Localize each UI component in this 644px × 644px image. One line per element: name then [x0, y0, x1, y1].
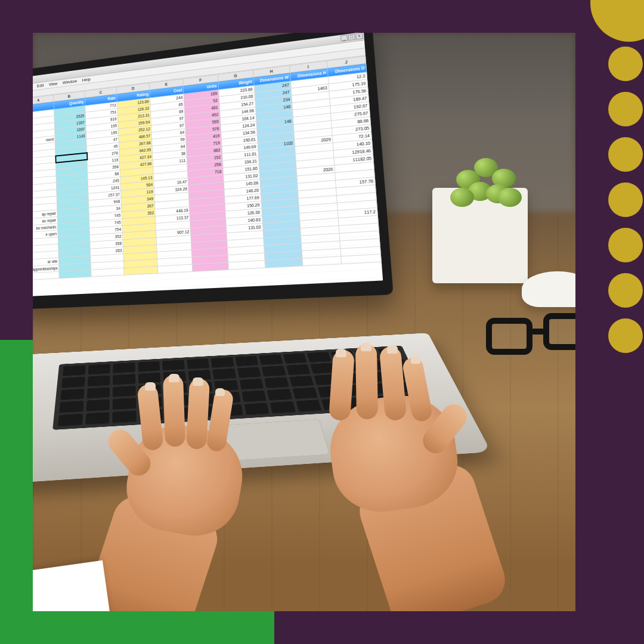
- cell[interactable]: [302, 256, 342, 266]
- hand-left: [75, 379, 283, 611]
- keyboard-key[interactable]: [88, 364, 110, 375]
- keyboard-key[interactable]: [210, 357, 234, 368]
- keyboard-key[interactable]: [262, 366, 286, 377]
- maximize-button[interactable]: □: [348, 33, 355, 41]
- decor-dot: [608, 273, 643, 308]
- laptop-screen-bezel: _ □ × File Edit View Window Help ABCDEFG…: [33, 33, 394, 309]
- decor-dot-big: [590, 0, 644, 42]
- cell[interactable]: [228, 261, 265, 270]
- keyboard-key[interactable]: [113, 363, 135, 374]
- photo-frame: _ □ × File Edit View Window Help ABCDEFG…: [33, 33, 575, 611]
- decor-dot: [608, 137, 643, 172]
- keyboard-key[interactable]: [63, 365, 85, 376]
- hand-right: [289, 355, 504, 605]
- keyboard-key[interactable]: [259, 355, 283, 366]
- decor-dot: [608, 182, 643, 217]
- paper-sheet: [33, 561, 113, 611]
- cell[interactable]: [341, 254, 382, 264]
- cell[interactable]: [158, 264, 193, 273]
- menu-edit[interactable]: Edit: [37, 83, 44, 89]
- keyboard-key[interactable]: [212, 369, 236, 380]
- cell[interactable]: [193, 262, 228, 271]
- cell[interactable]: [91, 268, 125, 277]
- keyboard-key[interactable]: [237, 367, 261, 378]
- cell[interactable]: [124, 266, 158, 275]
- cell[interactable]: [59, 270, 91, 278]
- decor-dots: [608, 0, 644, 353]
- keyboard-key[interactable]: [235, 356, 258, 367]
- close-button[interactable]: ×: [355, 33, 363, 39]
- menu-help[interactable]: Help: [82, 77, 91, 83]
- cell[interactable]: [265, 258, 303, 268]
- cell[interactable]: [33, 271, 59, 280]
- decor-dot: [608, 318, 643, 353]
- decor-dot: [608, 228, 643, 262]
- keyboard-key[interactable]: [162, 360, 185, 370]
- minimize-button[interactable]: _: [340, 35, 348, 42]
- keyboard-key[interactable]: [138, 361, 160, 372]
- menu-view[interactable]: View: [49, 81, 58, 88]
- spreadsheet-grid[interactable]: ABCDEFGHIJQuantityRateRatingCostUnitsWei…: [33, 55, 383, 296]
- decor-dot: [608, 92, 643, 126]
- laptop-screen[interactable]: _ □ × File Edit View Window Help ABCDEFG…: [33, 33, 383, 296]
- window-controls[interactable]: _ □ ×: [340, 33, 363, 42]
- decor-dot: [608, 47, 643, 81]
- keyboard-key[interactable]: [187, 358, 209, 369]
- plant: [438, 146, 528, 218]
